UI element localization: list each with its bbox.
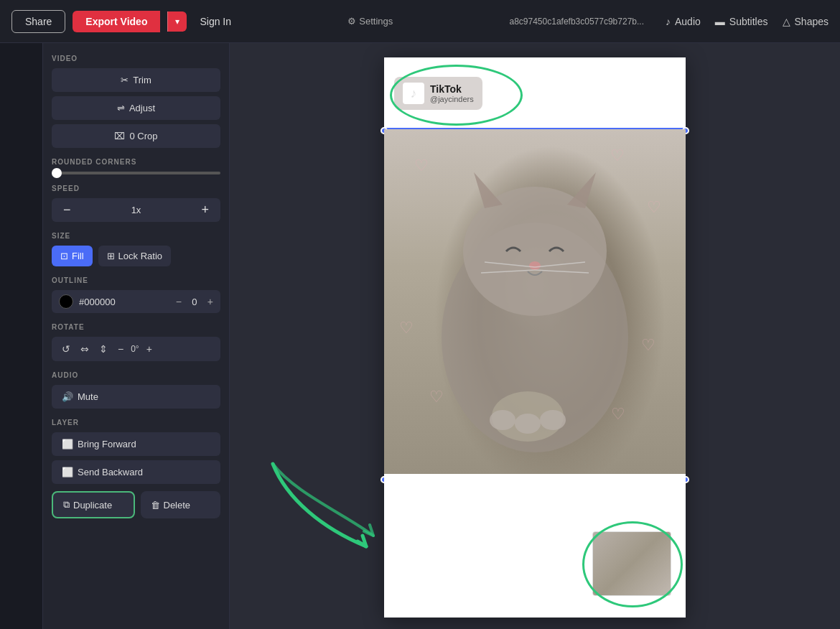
send-backward-icon: ⬜ [62, 467, 73, 477]
svg-marker-2 [474, 172, 503, 208]
layer-section-label: LAYER [52, 419, 220, 427]
outline-value-label: 0 [187, 297, 202, 307]
svg-point-10 [490, 410, 515, 430]
subtitles-tab[interactable]: ▬ Subtitles [715, 16, 768, 27]
fill-button[interactable]: ⊡ Fill [52, 246, 93, 266]
top-nav-right: a8c97450c1afefb3c0577c9b727b... ♪ Audio … [510, 16, 829, 27]
center-panel: VIDEO ✂ Trim ⇌ Adjust ⌧ 0 Crop ROUNDED C… [43, 43, 230, 629]
rotate-plus-button[interactable]: + [144, 342, 155, 356]
rotate-minus-button[interactable]: − [115, 342, 126, 356]
duplicate-label: Duplicate [73, 500, 112, 511]
tiktok-music-icon: ♪ [411, 86, 417, 101]
top-nav-center: ⚙ Settings [238, 16, 502, 27]
video-section-label: VIDEO [52, 55, 220, 62]
lock-ratio-button[interactable]: ⊞ Lock Ratio [98, 246, 171, 266]
bring-forward-label: Bring Forward [78, 439, 136, 449]
rotate-counterclockwise-button[interactable]: ↺ [59, 342, 73, 356]
bottom-actions-row: ⧉ Duplicate 🗑 Delete [52, 491, 220, 518]
crop-icon: ⌧ [114, 131, 125, 141]
svg-marker-3 [567, 172, 596, 208]
signin-button[interactable]: Sign In [200, 16, 231, 27]
main-layout: VIDEO ✂ Trim ⇌ Adjust ⌧ 0 Crop ROUNDED C… [0, 43, 840, 629]
mute-icon: 🔊 [62, 391, 73, 402]
outline-row: #000000 − 0 + [52, 290, 220, 313]
video-top-bar: ♪ TikTok @jaycinders [384, 57, 686, 129]
svg-point-4 [529, 261, 541, 270]
subtitles-tab-label: Subtitles [729, 16, 768, 27]
shapes-tab[interactable]: △ Shapes [783, 16, 829, 27]
tiktok-text: TikTok @jaycinders [430, 83, 474, 103]
canvas-area: ♪ TikTok @jaycinders ✥ [230, 43, 840, 629]
rotate-angle-label: 0° [131, 344, 139, 354]
adjust-label: Adjust [129, 103, 155, 113]
gear-icon: ⚙ [347, 16, 356, 27]
crop-label: 0 Crop [129, 131, 157, 141]
thumbnail-preview [592, 531, 671, 596]
delete-button[interactable]: 🗑 Delete [141, 491, 221, 518]
top-navigation: Share Export Video ▾ Sign In ⚙ Settings … [0, 0, 840, 43]
trim-button[interactable]: ✂ Trim [52, 68, 220, 92]
outline-hex-label: #000000 [79, 297, 170, 307]
lock-ratio-label: Lock Ratio [118, 251, 162, 261]
speed-decrease-button[interactable]: − [60, 202, 74, 218]
cat-background: ♡ ♡ ♡ ♡ ♡ ♡ ♡ ♡ [384, 129, 686, 474]
left-sidebar [0, 43, 43, 629]
audio-tab[interactable]: ♪ Audio [666, 16, 701, 27]
crop-button[interactable]: ⌧ 0 Crop [52, 124, 220, 148]
tiktok-logo-icon: ♪ [403, 83, 424, 104]
mute-button[interactable]: 🔊 Mute [52, 385, 220, 409]
send-backward-label: Send Backward [78, 467, 143, 477]
annotation-arrow [251, 442, 395, 557]
tiktok-name-label: TikTok [430, 83, 474, 95]
flip-horizontal-button[interactable]: ⇔ [78, 342, 92, 356]
speed-value-label: 1x [81, 205, 192, 215]
adjust-button[interactable]: ⇌ Adjust [52, 96, 220, 120]
lock-icon: ⊞ [107, 251, 115, 261]
shapes-icon: △ [783, 16, 790, 27]
export-dropdown-button[interactable]: ▾ [167, 11, 187, 32]
size-row: ⊡ Fill ⊞ Lock Ratio [52, 246, 220, 266]
subtitles-icon: ▬ [715, 16, 725, 27]
shapes-tab-label: Shapes [795, 16, 829, 27]
trim-icon: ✂ [121, 75, 129, 85]
export-video-button[interactable]: Export Video [73, 11, 160, 32]
tiktok-handle-label: @jaycinders [430, 95, 474, 103]
outline-section-label: OUTLINE [52, 276, 220, 284]
settings-button[interactable]: ⚙ Settings [347, 16, 393, 27]
size-section-label: SIZE [52, 232, 220, 240]
delete-label: Delete [164, 500, 191, 511]
rotate-row: ↺ ⇔ ⇕ − 0° + [52, 337, 220, 361]
duplicate-icon: ⧉ [63, 499, 70, 511]
bring-forward-icon: ⬜ [62, 439, 73, 449]
rounded-corners-section-label: ROUNDED CORNERS [52, 158, 220, 166]
rounded-corners-slider[interactable] [52, 172, 220, 174]
cat-illustration [384, 129, 686, 474]
video-thumbnail: ♡ ♡ ♡ ♡ ♡ ♡ ♡ ♡ [384, 129, 686, 474]
speed-section-label: SPEED [52, 185, 220, 192]
share-button[interactable]: Share [11, 10, 65, 33]
send-backward-button[interactable]: ⬜ Send Backward [52, 460, 220, 484]
speed-increase-button[interactable]: + [198, 202, 212, 218]
top-nav-left: Share Export Video ▾ Sign In [11, 10, 231, 33]
outline-color-swatch[interactable] [59, 294, 73, 309]
audio-section-label: AUDIO [52, 371, 220, 379]
delete-icon: 🗑 [151, 500, 160, 511]
audio-icon: ♪ [666, 16, 671, 27]
settings-label: Settings [359, 16, 393, 27]
audio-tab-label: Audio [675, 16, 701, 27]
fill-label: Fill [72, 251, 84, 261]
svg-point-11 [515, 414, 541, 434]
outline-decrease-button[interactable]: − [176, 296, 182, 307]
outline-increase-button[interactable]: + [207, 296, 213, 307]
rounded-corners-slider-container [52, 172, 220, 174]
speed-control: − 1x + [52, 198, 220, 222]
fill-icon: ⊡ [60, 251, 68, 261]
bring-forward-button[interactable]: ⬜ Bring Forward [52, 432, 220, 456]
mute-label: Mute [78, 391, 98, 402]
svg-point-12 [540, 410, 566, 430]
file-id-label: a8c97450c1afefb3c0577c9b727b... [510, 17, 645, 27]
trim-label: Trim [133, 75, 151, 85]
flip-vertical-button[interactable]: ⇕ [96, 342, 111, 356]
rotate-section-label: ROTATE [52, 323, 220, 331]
duplicate-button[interactable]: ⧉ Duplicate [52, 491, 135, 518]
